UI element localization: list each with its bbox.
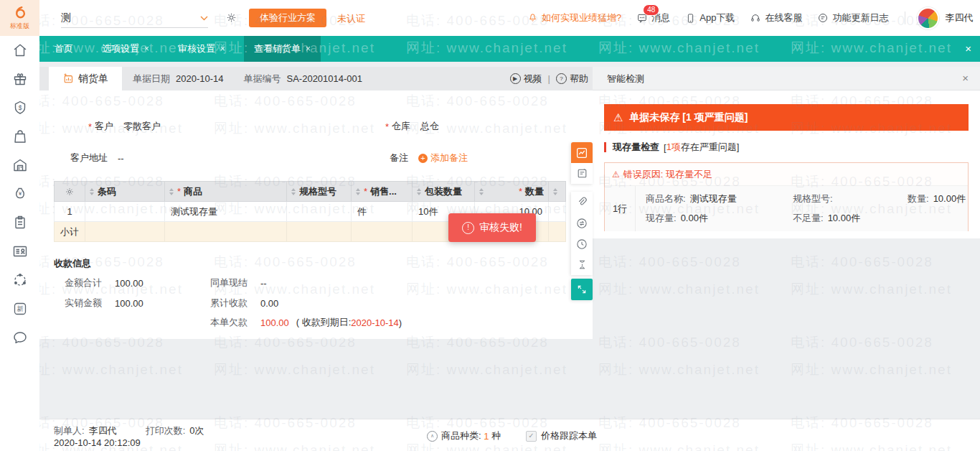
online-service-button[interactable]: 在线客服 xyxy=(750,11,802,24)
messages-button[interactable]: 消息 48 xyxy=(636,11,670,24)
cell-0[interactable] xyxy=(85,202,165,222)
doc-type-label: 销货单 xyxy=(78,73,108,85)
cell-1[interactable]: 测试现存量 xyxy=(165,202,287,222)
created-datetime: 2020-10-14 20:12:09 xyxy=(54,437,141,448)
gift-icon[interactable] xyxy=(11,70,29,88)
received-row: 累计收款 0.00 xyxy=(210,296,278,310)
smart-detect-icon[interactable] xyxy=(571,142,593,163)
actual-amount-value: 100.00 xyxy=(115,298,143,309)
user-name[interactable]: 李四代 xyxy=(945,11,973,24)
checkbox-checked-icon: ✓ xyxy=(526,431,537,442)
close-panel-icon[interactable]: × xyxy=(965,36,971,62)
tab-close-icon[interactable]: × xyxy=(306,44,311,54)
stock-check-section-title: 现存量检查 [ 1项 存在严重问题] xyxy=(604,141,739,154)
transfer-exchange-icon[interactable] xyxy=(571,213,593,233)
tab-1[interactable]: 选项设置× xyxy=(92,36,159,62)
sales-bag-icon[interactable] xyxy=(11,128,29,145)
top-bar: 标准版 测 体验行业方案 未认证 如何实现业绩猛增? xyxy=(0,0,980,36)
sales-doc-icon xyxy=(62,73,75,85)
owed-label: 本单欠款 xyxy=(210,316,248,329)
cert-status[interactable]: 未认证 xyxy=(337,12,365,25)
price-track-label: 价格跟踪本单 xyxy=(541,429,597,442)
address-value: -- xyxy=(118,153,124,164)
changelog-button[interactable]: 功能更新日志 xyxy=(817,11,888,24)
purchase-badge-icon[interactable]: $ xyxy=(11,99,29,116)
warehouse-icon[interactable] xyxy=(11,157,29,174)
app-download-label: App下载 xyxy=(699,11,735,24)
cash-settle-row: 同单现结 -- xyxy=(210,276,267,290)
clipboard-icon[interactable] xyxy=(11,214,29,231)
money-bag-icon[interactable]: ¥ xyxy=(11,185,29,203)
subtotal-label: 小计 xyxy=(55,222,85,242)
add-note-button[interactable]: + 添加备注 xyxy=(418,152,468,164)
network-icon[interactable] xyxy=(11,271,29,289)
tab-home[interactable]: 首页 xyxy=(44,36,83,62)
price-track-checkbox[interactable]: ✓ 价格跟踪本单 xyxy=(526,429,597,442)
currency-hourglass-icon[interactable] xyxy=(571,254,593,275)
sort-arrows-icon xyxy=(90,188,94,195)
col-header-5[interactable]: *数量 xyxy=(475,182,549,202)
sku-count: 1 xyxy=(484,431,489,442)
note-edit-icon[interactable] xyxy=(571,163,593,184)
feedback-chat-icon[interactable] xyxy=(11,329,29,346)
id-card-icon[interactable] xyxy=(11,243,29,260)
video-link[interactable]: 视频 xyxy=(524,73,542,85)
tab-close-icon[interactable]: × xyxy=(144,44,149,54)
smart-detect-panel-header: 智能检测 × xyxy=(593,67,980,90)
received-value: 0.00 xyxy=(260,298,278,309)
collapse-circle-icon[interactable]: ∧ xyxy=(427,431,438,442)
sku-summary: ∧ 商品种类: 1 种 xyxy=(427,429,501,442)
due-date-suffix: ) xyxy=(399,317,402,328)
panel-close-icon[interactable]: × xyxy=(962,72,969,84)
app-download-button[interactable]: App下载 xyxy=(685,11,735,24)
settings-gear-icon[interactable] xyxy=(225,11,237,24)
watermark-text: 网址: www.chanjet.net xyxy=(406,361,567,379)
tab-close-icon[interactable]: × xyxy=(220,44,225,54)
note-label: 备注 xyxy=(390,152,408,164)
col-header-3[interactable]: *销售... xyxy=(352,182,413,202)
section-issue-count: 1项 xyxy=(666,141,681,154)
help-link[interactable]: 帮助 xyxy=(570,73,588,85)
topbar-divider xyxy=(905,11,905,24)
watermark-text: 网址: www.chanjet.net xyxy=(791,361,952,379)
user-avatar[interactable] xyxy=(917,7,939,29)
customer-field[interactable]: * 客户 零散客户 xyxy=(88,119,161,134)
creator-value: 李四代 xyxy=(89,424,117,437)
doc-date-value: 2020-10-14 xyxy=(176,73,224,84)
promo-link[interactable]: 如何实现业绩猛增? xyxy=(527,11,621,24)
sort-arrows-icon xyxy=(417,188,421,195)
col-header-4[interactable]: 包装数量 xyxy=(413,182,475,202)
doc-type-tab[interactable]: 销货单 xyxy=(49,67,122,90)
col-header-extra[interactable] xyxy=(549,182,566,202)
watermark-text: 电话: 400-665-0028 xyxy=(791,253,933,271)
history-clock-icon[interactable] xyxy=(571,233,593,254)
owed-row: 本单欠款 100.00 ( 收款到期日: 2020-10-14 ) xyxy=(210,315,402,330)
company-name: 测 xyxy=(61,11,71,24)
topbar-right-cluster: 如何实现业绩猛增? 消息 48 App下载 xyxy=(527,0,973,36)
expand-fullscreen-icon[interactable] xyxy=(571,279,593,300)
col-header-0[interactable]: 条码 xyxy=(85,182,165,202)
col-header-1[interactable]: *商品 xyxy=(165,182,287,202)
attachment-paperclip-icon[interactable] xyxy=(571,192,593,213)
trial-plan-button[interactable]: 体验行业方案 xyxy=(249,9,326,27)
tab-3[interactable]: 查看销货单× xyxy=(244,36,321,62)
cell-3[interactable]: 件 xyxy=(352,202,413,222)
doc-date-label: 单据日期 xyxy=(133,73,170,85)
col-header-2[interactable]: 规格型号 xyxy=(287,182,352,202)
home-icon[interactable] xyxy=(11,42,29,59)
messages-badge: 48 xyxy=(643,4,659,16)
warehouse-field[interactable]: * 仓库 总仓 xyxy=(385,119,439,134)
cell-2[interactable] xyxy=(287,202,352,222)
unsaved-alert-banner: ⚠ 单据未保存 [1 项严重问题] xyxy=(604,104,969,131)
help-icon: ? xyxy=(556,73,567,84)
note-field: 备注 + 添加备注 xyxy=(390,151,468,165)
app-logo[interactable]: 标准版 xyxy=(0,0,39,36)
table-gear-icon[interactable] xyxy=(55,182,85,202)
error-exclamation-icon: ! xyxy=(462,222,474,234)
company-select[interactable]: 测 xyxy=(61,9,208,28)
watermark-text: 网址: www.chanjet.net xyxy=(791,280,952,299)
due-date-value: 2020-10-14 xyxy=(351,317,399,328)
amount-total-label: 金额合计 xyxy=(65,276,102,289)
new-feature-icon[interactable]: 新 xyxy=(11,300,29,317)
tab-2[interactable]: 审核设置× xyxy=(168,36,235,62)
